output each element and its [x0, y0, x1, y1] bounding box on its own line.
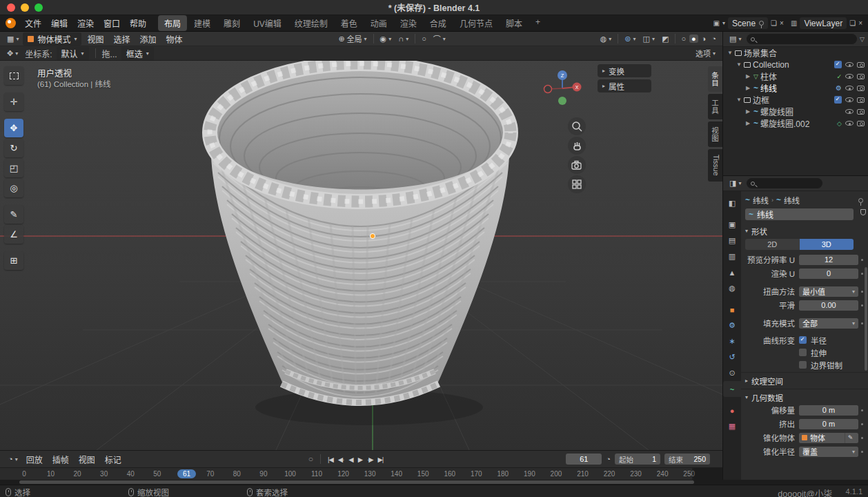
extrude-field[interactable]: 0 m — [799, 419, 858, 429]
expand-caret[interactable]: ▼ — [736, 61, 744, 68]
pivot-point-dropdown[interactable]: ◉▾ — [377, 35, 395, 43]
expand-caret[interactable]: ▶ — [746, 73, 753, 79]
measure-tool[interactable]: ∠ — [4, 225, 23, 244]
navigation-gizmo[interactable]: Z X — [542, 68, 582, 108]
render-camera-icon[interactable] — [857, 97, 865, 103]
tab-particles[interactable]: ∗ — [723, 333, 741, 349]
jump-to-end-button[interactable]: ▶| — [377, 456, 383, 463]
workspace-tab-shading[interactable]: 着色 — [335, 15, 364, 31]
tab-output[interactable]: ▤ — [723, 233, 741, 248]
shape-panel-header[interactable]: ▾形状 — [745, 224, 863, 237]
workspace-tab-rendering[interactable]: 渲染 — [394, 15, 423, 31]
workspace-tab-texture-paint[interactable]: 纹理绘制 — [288, 15, 334, 31]
tab-object[interactable]: ■ — [723, 302, 741, 318]
tab-constraints[interactable]: ⊙ — [723, 365, 741, 381]
minimize-button[interactable] — [21, 3, 29, 12]
end-frame-field[interactable]: 结束 250 — [664, 454, 710, 465]
play-button[interactable]: ▶ — [358, 456, 362, 463]
pin-icon[interactable] — [858, 198, 863, 203]
stretch-checkbox[interactable] — [799, 349, 807, 356]
workspace-tab-compositing[interactable]: 合成 — [424, 15, 453, 31]
expand-caret[interactable]: ▼ — [736, 97, 744, 103]
tab-scene[interactable]: ▲ — [723, 264, 741, 280]
select-box-tool[interactable] — [4, 66, 23, 85]
expand-caret[interactable]: ▶ — [746, 108, 753, 115]
collection-checkbox[interactable] — [834, 96, 842, 104]
tab-object-data[interactable]: ~ — [723, 381, 741, 397]
hide-eye-icon[interactable] — [845, 86, 854, 90]
modifier-wrench-icon[interactable]: ⚙ — [836, 84, 842, 92]
timeline-scrollbar[interactable] — [19, 480, 694, 484]
outliner-editor-type-icon[interactable]: ▤▾ — [727, 35, 744, 43]
start-frame-field[interactable]: 起始 1 — [615, 454, 660, 465]
hide-eye-icon[interactable] — [845, 121, 854, 126]
render-camera-icon[interactable] — [857, 121, 865, 126]
hide-eye-icon[interactable] — [845, 109, 854, 114]
drag-mode-dropdown[interactable]: 框选 ▾ — [121, 47, 154, 60]
transform-orientation-dropdown[interactable]: ⊕ 全局 ▾ — [335, 33, 369, 44]
outliner-row-spiral-002[interactable]: ▶ ~ 螺旋线圈.002 ◇ — [723, 117, 868, 129]
playhead[interactable]: 61 — [177, 469, 196, 478]
workspace-tab-layout[interactable]: 布局 — [158, 15, 187, 31]
taper-radius-dropdown[interactable]: 覆盖▾ — [799, 447, 858, 457]
options-dropdown[interactable]: 选项 ▾ — [693, 48, 718, 59]
menu-view[interactable]: 视图 — [83, 32, 108, 46]
tab-render[interactable]: ▣ — [723, 217, 741, 233]
move-tool[interactable]: ✥ — [4, 119, 23, 137]
outliner-row-weft-curve[interactable]: ▶ ~ 纬线 ⚙ — [723, 82, 868, 94]
sidebar-tab-tool[interactable]: 工具 — [708, 94, 722, 119]
resolution-u-field[interactable]: 12 — [799, 255, 858, 265]
scene-selector[interactable]: Scene — [728, 17, 768, 29]
offset-field[interactable]: 0 m — [799, 405, 858, 416]
transform-panel-collapsed[interactable]: ▸变换 — [598, 64, 651, 77]
scene-dropdown-caret[interactable]: ▾ — [722, 20, 725, 26]
render-camera-icon[interactable] — [857, 62, 865, 68]
menu-select[interactable]: 选择 — [109, 32, 134, 46]
render-camera-icon[interactable] — [857, 109, 865, 115]
viewlayer-selector[interactable]: ViewLayer — [800, 17, 847, 29]
outliner-row-scene-collection[interactable]: ▼ 场景集合 — [723, 47, 868, 59]
menu-keying[interactable]: 插帧 — [48, 453, 73, 466]
menu-markers[interactable]: 标记 — [101, 453, 126, 466]
tab-physics[interactable]: ↺ — [723, 349, 741, 365]
auto-keying-toggle[interactable]: ○ — [308, 454, 313, 464]
copy-viewlayer-icon[interactable]: ❏ — [849, 19, 856, 27]
object-origin-dot[interactable] — [370, 233, 375, 238]
geometry-panel-header[interactable]: ▾几何数据 — [745, 391, 863, 404]
breadcrumb-object[interactable]: 纬线 — [753, 195, 769, 206]
active-tool-icon[interactable]: ✥▾ — [4, 49, 21, 58]
tab-modifiers[interactable]: ⚙ — [723, 318, 741, 333]
workspace-tab-modeling[interactable]: 建模 — [188, 15, 217, 31]
annotate-tool[interactable]: ✎ — [4, 205, 23, 224]
menu-add[interactable]: 添加 — [135, 32, 160, 46]
tab-tool[interactable]: ◧ — [723, 195, 741, 211]
gizmo-y-axis[interactable] — [558, 97, 566, 105]
gizmos-toggle[interactable]: ⊚▾ — [622, 35, 638, 43]
close-viewlayer-icon[interactable]: × — [858, 19, 862, 27]
pan-view-button[interactable] — [568, 137, 586, 155]
add-cube-tool[interactable]: ⊞ — [4, 251, 23, 270]
data-name-field[interactable]: ~ 纬线 — [745, 208, 854, 220]
render-u-field[interactable]: 0 — [799, 269, 858, 279]
copy-scene-icon[interactable]: ❏ — [771, 19, 777, 27]
sidebar-tab-tissue[interactable]: Tissue — [708, 149, 722, 182]
snap-magnet-icon[interactable]: ∩▾ — [395, 35, 411, 43]
mode-dropdown[interactable]: 物体模式 ▾ — [23, 32, 81, 46]
sidebar-tab-view[interactable]: 视图 — [708, 121, 722, 147]
editor-type-icon[interactable]: ▦▾ — [4, 35, 21, 43]
viewport-3d[interactable]: 用户透视 (61) Collection | 纬线 ✛ ✥ ↻ ◰ ◎ ✎ ∠ … — [0, 61, 722, 450]
hide-eye-icon[interactable] — [845, 97, 854, 102]
render-camera-icon[interactable] — [857, 86, 865, 91]
add-workspace-button[interactable]: + — [529, 15, 546, 31]
next-keyframe-button[interactable]: ·▶ — [367, 456, 373, 463]
cursor-tool[interactable]: ✛ — [4, 92, 23, 111]
expand-caret[interactable]: ▶ — [746, 120, 753, 126]
expand-caret[interactable]: ▼ — [727, 50, 735, 56]
pin-icon[interactable] — [759, 21, 764, 26]
outliner-row-cylinder[interactable]: ▶ ▽ 柱体 ✓ — [723, 70, 868, 82]
tab-view-layer[interactable]: ▥ — [723, 248, 741, 264]
tab-world[interactable]: ◍ — [723, 280, 741, 296]
timeline-ruler[interactable]: 01020 304050 607080 90100110 120130140 1… — [0, 467, 722, 480]
blender-logo-icon[interactable] — [6, 18, 16, 28]
properties-scrollbar[interactable] — [865, 267, 867, 371]
